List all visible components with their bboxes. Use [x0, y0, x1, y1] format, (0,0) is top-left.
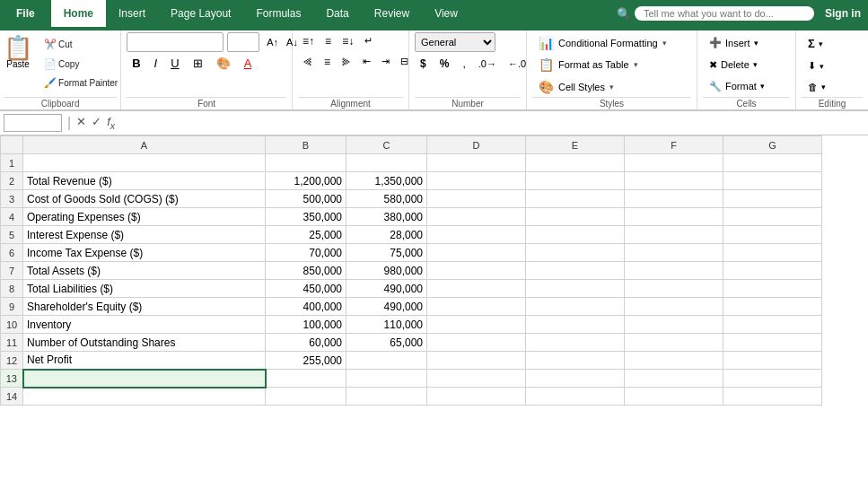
tab-formulas[interactable]: Formulas: [243, 0, 313, 27]
underline-button[interactable]: U: [165, 55, 184, 72]
cell-6g[interactable]: [723, 244, 822, 262]
font-size-input[interactable]: 11: [227, 32, 259, 52]
col-header-b[interactable]: B: [266, 136, 346, 154]
insert-function-icon[interactable]: fx: [107, 115, 115, 131]
col-header-e[interactable]: E: [526, 136, 625, 154]
tab-insert[interactable]: Insert: [106, 0, 158, 27]
cell-5g[interactable]: [723, 226, 822, 244]
cell-11c[interactable]: 65,000: [346, 334, 427, 352]
cell-12d[interactable]: [427, 352, 526, 370]
cell-3a[interactable]: Cost of Goods Sold (COGS) ($): [23, 190, 266, 208]
cell-13e[interactable]: [526, 370, 625, 388]
cell-12f[interactable]: [625, 352, 723, 370]
cell-4d[interactable]: [427, 208, 526, 226]
align-middle-button[interactable]: ≡: [320, 32, 336, 50]
cell-3d[interactable]: [427, 190, 526, 208]
cell-5f[interactable]: [625, 226, 723, 244]
cell-14d[interactable]: [427, 388, 526, 406]
indent-increase-button[interactable]: ⇥: [377, 53, 394, 71]
col-header-a[interactable]: A: [23, 136, 266, 154]
cell-styles-button[interactable]: 🎨 Cell Styles ▾: [532, 77, 691, 97]
cell-11a[interactable]: Number of Outstanding Shares: [23, 334, 266, 352]
cell-10b[interactable]: 100,000: [266, 316, 346, 334]
cell-12b[interactable]: 255,000: [266, 352, 346, 370]
cell-8e[interactable]: [526, 280, 625, 298]
cell-2f[interactable]: [625, 172, 723, 190]
cell-6c[interactable]: 75,000: [346, 244, 427, 262]
cell-11f[interactable]: [625, 334, 723, 352]
cell-4c[interactable]: 380,000: [346, 208, 427, 226]
cell-7b[interactable]: 850,000: [266, 262, 346, 280]
cell-4a[interactable]: Operating Expenses ($): [23, 208, 266, 226]
cell-10a[interactable]: Inventory: [23, 316, 266, 334]
cell-11d[interactable]: [427, 334, 526, 352]
cell-8d[interactable]: [427, 280, 526, 298]
cell-3f[interactable]: [625, 190, 723, 208]
cell-8b[interactable]: 450,000: [266, 280, 346, 298]
cell-7e[interactable]: [526, 262, 625, 280]
cell-6a[interactable]: Income Tax Expense ($): [23, 244, 266, 262]
autosum-button[interactable]: Σ ▾: [802, 34, 863, 53]
cell-4g[interactable]: [723, 208, 822, 226]
cell-9e[interactable]: [526, 298, 625, 316]
cell-13a[interactable]: [23, 370, 266, 388]
tab-pagelayout[interactable]: Page Layout: [158, 0, 243, 27]
cell-13d[interactable]: [427, 370, 526, 388]
cell-1d[interactable]: [427, 154, 526, 172]
cell-8c[interactable]: 490,000: [346, 280, 427, 298]
cell-1c[interactable]: [346, 154, 427, 172]
cell-3e[interactable]: [526, 190, 625, 208]
percent-button[interactable]: %: [434, 55, 455, 73]
cell-7g[interactable]: [723, 262, 822, 280]
fill-button[interactable]: ⬇ ▾: [802, 57, 863, 74]
cell-reference-input[interactable]: A13: [4, 114, 62, 132]
cell-7f[interactable]: [625, 262, 723, 280]
number-format-select[interactable]: General Number Currency Percentage: [415, 32, 495, 52]
cell-13g[interactable]: [723, 370, 822, 388]
format-painter-button[interactable]: 🖌️ Format Painter: [39, 74, 122, 92]
cell-9b[interactable]: 400,000: [266, 298, 346, 316]
format-button[interactable]: 🔧 Format ▾: [703, 78, 790, 95]
confirm-formula-icon[interactable]: ✓: [92, 115, 101, 131]
bold-button[interactable]: B: [127, 55, 145, 72]
cell-4b[interactable]: 350,000: [266, 208, 346, 226]
col-header-c[interactable]: C: [346, 136, 427, 154]
search-input[interactable]: [644, 8, 796, 19]
cell-7c[interactable]: 980,000: [346, 262, 427, 280]
cell-12a[interactable]: Net Profit: [23, 352, 266, 370]
cell-3c[interactable]: 580,000: [346, 190, 427, 208]
comma-button[interactable]: ,: [457, 55, 470, 73]
italic-button[interactable]: I: [149, 55, 163, 72]
signin-label[interactable]: Sign in: [825, 7, 861, 20]
tab-file[interactable]: File: [0, 0, 51, 27]
cell-13b[interactable]: [266, 370, 346, 388]
cell-1b[interactable]: [266, 154, 346, 172]
cell-14g[interactable]: [723, 388, 822, 406]
font-color-button[interactable]: A: [239, 55, 258, 72]
cell-9g[interactable]: [723, 298, 822, 316]
cell-4f[interactable]: [625, 208, 723, 226]
cell-2a[interactable]: Total Revenue ($): [23, 172, 266, 190]
col-header-d[interactable]: D: [427, 136, 526, 154]
cell-6d[interactable]: [427, 244, 526, 262]
cell-5c[interactable]: 28,000: [346, 226, 427, 244]
font-name-input[interactable]: Calibri: [127, 32, 224, 52]
cell-14f[interactable]: [625, 388, 723, 406]
cell-8g[interactable]: [723, 280, 822, 298]
col-header-f[interactable]: F: [625, 136, 723, 154]
borders-button[interactable]: ⊞: [188, 55, 208, 72]
increase-font-button[interactable]: A↑: [263, 35, 282, 49]
cell-3g[interactable]: [723, 190, 822, 208]
cut-button[interactable]: ✂️ Cut: [39, 36, 122, 53]
cell-12e[interactable]: [526, 352, 625, 370]
cell-4e[interactable]: [526, 208, 625, 226]
tab-review[interactable]: Review: [362, 0, 422, 27]
align-bottom-button[interactable]: ≡↓: [338, 32, 358, 50]
cell-9c[interactable]: 490,000: [346, 298, 427, 316]
cell-11b[interactable]: 60,000: [266, 334, 346, 352]
cell-2c[interactable]: 1,350,000: [346, 172, 427, 190]
align-center-button[interactable]: ≡: [320, 53, 335, 71]
cell-13c[interactable]: [346, 370, 427, 388]
cancel-formula-icon[interactable]: ✕: [76, 115, 86, 131]
align-top-button[interactable]: ≡↑: [298, 32, 319, 50]
